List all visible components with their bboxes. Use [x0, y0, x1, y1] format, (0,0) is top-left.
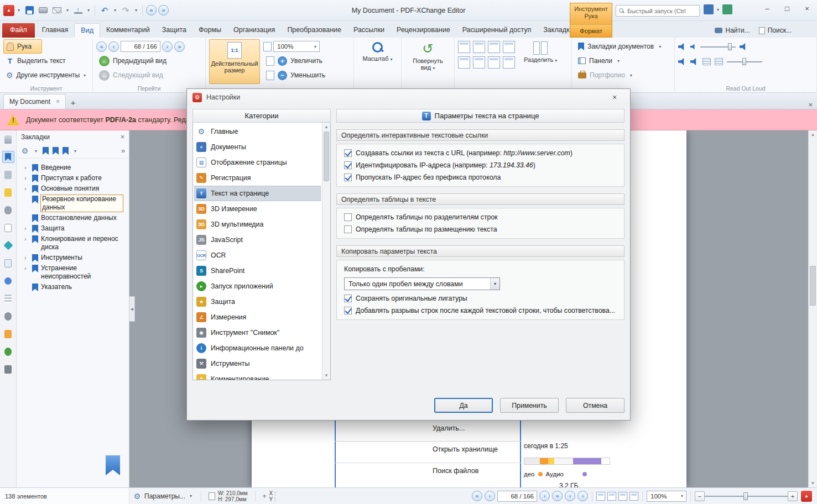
prev-page-button[interactable] [485, 491, 495, 501]
zoom-slider[interactable] [705, 491, 788, 501]
zoom-out-button[interactable]: − [695, 491, 705, 501]
content-pane-icon[interactable] [2, 292, 14, 305]
close-button[interactable]: × [797, 0, 817, 17]
expand-chevron-icon[interactable] [24, 224, 29, 233]
panels-button[interactable]: Панели [575, 54, 671, 68]
bookmark-from-page-icon[interactable] [63, 147, 69, 155]
checkbox-icon[interactable] [344, 174, 352, 181]
export-caret-icon[interactable] [86, 8, 91, 13]
two-pages-icon[interactable] [618, 492, 627, 501]
next-page-button[interactable] [539, 491, 550, 501]
bookmark-item[interactable]: Основные понятия [17, 183, 129, 194]
two-pages-icon[interactable] [473, 41, 485, 53]
previous-view-button[interactable]: ←Предыдущий вид [96, 54, 202, 68]
dialog-close-button[interactable]: × [605, 89, 625, 106]
highlight-tool-icon[interactable] [2, 328, 14, 340]
speaker-small-icon[interactable] [690, 44, 696, 50]
launch-apps-caret-icon[interactable] [715, 7, 721, 12]
checkbox-icon[interactable] [344, 161, 352, 169]
category-item[interactable]: 3D3D Измерение [194, 201, 321, 217]
tab-home[interactable]: Главная [36, 23, 75, 38]
checkbox-create-links[interactable]: Создавать ссылки из текста с URL (наприм… [344, 149, 617, 157]
bookmark-item[interactable]: Приступая к работе [17, 173, 129, 183]
checkbox-icon[interactable] [344, 295, 352, 302]
new-tab-button[interactable]: + [66, 96, 80, 109]
scroll-up-icon[interactable]: ▲ [809, 130, 817, 139]
history-back-button[interactable] [146, 5, 157, 15]
bookmarks-pane-icon[interactable] [2, 151, 14, 163]
close-panel-icon[interactable]: × [121, 133, 124, 141]
caret-down-icon[interactable] [72, 149, 78, 154]
category-item[interactable]: ▸Запуск приложений [194, 279, 321, 294]
category-item[interactable]: ≡Документы [194, 139, 321, 155]
search-button[interactable]: Поиск... [759, 27, 792, 34]
redo-caret-icon[interactable] [133, 8, 139, 13]
tab-file[interactable]: Файл [2, 23, 35, 38]
thumbnails-pane-icon[interactable] [2, 169, 14, 181]
quick-launch-input[interactable] [627, 8, 696, 14]
expand-chevron-icon[interactable] [24, 235, 29, 243]
continuous-icon[interactable] [488, 41, 500, 53]
zoom-in-button[interactable]: + [788, 491, 798, 501]
categories-scrollbar[interactable]: ▲ ▼ [322, 123, 330, 380]
speaker-icon[interactable] [740, 43, 748, 50]
bookmark-item[interactable]: Введение [17, 162, 129, 173]
bookmark-item[interactable]: Восстановление данных [17, 213, 129, 223]
links-pane-icon[interactable] [2, 310, 14, 322]
apply-button[interactable]: Применить [500, 398, 559, 413]
rate-slider[interactable] [727, 57, 762, 66]
find-button[interactable]: Найти... [715, 27, 750, 34]
select-text-button[interactable]: Выделить текст [3, 54, 89, 68]
category-item[interactable]: ⚙Главные [194, 124, 321, 139]
fields-pane-icon[interactable] [2, 222, 14, 234]
category-item[interactable]: ▤Отображение страницы [194, 155, 321, 170]
signatures-pane-icon[interactable] [2, 257, 14, 269]
app-menu-caret-icon[interactable] [16, 8, 22, 13]
two-pages-continuous-icon[interactable] [503, 41, 515, 53]
first-page-button[interactable] [472, 491, 482, 501]
scrollbar-thumb[interactable] [324, 132, 329, 181]
email-button[interactable] [51, 4, 63, 17]
doc-bookmarks-button[interactable]: Закладки документов [575, 39, 671, 54]
volume-slider[interactable] [700, 43, 736, 51]
close-pane-button[interactable]: × [808, 101, 817, 109]
history-pane-icon[interactable] [2, 345, 14, 358]
fit-page-icon[interactable] [263, 42, 272, 51]
undo-caret-icon[interactable] [112, 8, 118, 13]
history-forward-button[interactable] [158, 5, 169, 15]
destinations-pane-icon[interactable] [2, 275, 14, 287]
continuous-icon[interactable] [607, 492, 616, 501]
read-doc-icon[interactable] [690, 58, 699, 65]
first-page-button[interactable] [96, 41, 107, 52]
tab-organize[interactable]: Организация [227, 23, 281, 38]
expand-chevron-icon[interactable] [24, 174, 29, 182]
cancel-button[interactable]: Отмена [566, 398, 625, 413]
other-tools-button[interactable]: Другие инструменты [3, 68, 89, 82]
slider-thumb[interactable] [743, 492, 748, 500]
overflow-icon[interactable]: » [121, 147, 125, 155]
vertical-scrollbar[interactable]: ▲ ▼ [808, 130, 817, 487]
layout-options-icon[interactable] [503, 56, 515, 69]
copy-spaces-select[interactable]: Только один пробел между словами [344, 277, 500, 290]
close-tab-icon[interactable]: × [56, 98, 60, 105]
read-text-icon[interactable] [702, 58, 711, 65]
expand-chevron-icon[interactable] [24, 185, 29, 193]
tab-format[interactable]: Формат [570, 24, 612, 37]
category-item[interactable]: 3D3D мультимедиа [194, 217, 321, 232]
split-button[interactable]: Разделить [521, 39, 560, 84]
category-item[interactable]: ∠Измерения [194, 309, 321, 325]
quick-launch-search[interactable] [616, 5, 700, 17]
scroll-up-icon[interactable]: ▲ [322, 123, 330, 131]
scroll-down-icon[interactable]: ▼ [322, 371, 330, 380]
pages-pane-icon[interactable] [2, 133, 14, 145]
scale-tool-button[interactable]: Масштаб [357, 39, 398, 64]
checkbox-tables-by-separators[interactable]: Определять таблицы по разделителям строк [344, 213, 617, 221]
attachments-pane-icon[interactable] [2, 204, 14, 216]
bookmark-options-icon[interactable] [20, 146, 29, 155]
bookmark-item-selected[interactable]: Резервное копирование данных [17, 194, 129, 213]
launch-apps-icon[interactable] [704, 4, 714, 14]
checkbox-keep-ligatures[interactable]: Сохранять оригинальные лигатуры [344, 295, 617, 302]
checkbox-skip-ip-prefix[interactable]: Пропускать IP-адрес без префикса протоко… [344, 174, 617, 181]
cover-mode-icon[interactable] [458, 56, 470, 69]
slider-thumb[interactable] [742, 58, 746, 65]
